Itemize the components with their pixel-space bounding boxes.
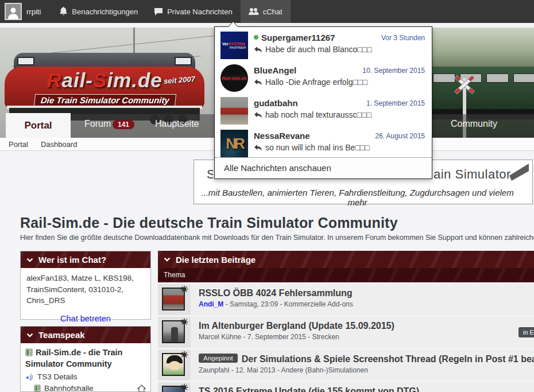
cchat-button[interactable]: cChat bbox=[241, 0, 291, 23]
post-text-cell: AngepinntDer Simulations & Spiele Screen… bbox=[191, 350, 534, 381]
latest-posts-box: Die letzten Beiträge Thema RSSLO ÖBB 402… bbox=[158, 251, 534, 392]
teamspeak-box: Teamspeak Rail-Sim.de - die Train Simula… bbox=[20, 326, 151, 392]
catenary-wire bbox=[35, 35, 218, 55]
gear-badge-icon bbox=[180, 318, 188, 326]
pinned-badge: Angepinnt bbox=[199, 354, 238, 363]
chat-message-item[interactable]: gudatbahn hab noch mal texturaussc□□□ 1.… bbox=[215, 94, 432, 127]
cchat-label: cChat bbox=[263, 7, 283, 16]
latest-posts-header[interactable]: Die letzten Beiträge bbox=[158, 251, 534, 268]
teamspeak-box-title: Teamspeak bbox=[38, 330, 85, 340]
sender-name[interactable]: NessaRevane bbox=[254, 131, 310, 141]
notifications-label: Benachrichtigungen bbox=[72, 7, 138, 16]
post-meta: Zaunpfahl - 12. Mai 2013 - Andere (Bahn-… bbox=[199, 366, 534, 374]
gear-badge-icon bbox=[180, 285, 188, 293]
chevron-down-icon bbox=[26, 333, 33, 337]
message-time: Vor 3 Stunden bbox=[381, 34, 425, 42]
gear-badge-icon bbox=[180, 383, 188, 391]
post-avatar-cell bbox=[158, 350, 191, 381]
server-icon bbox=[25, 348, 33, 356]
post-avatar[interactable] bbox=[162, 288, 185, 311]
page-subtitle: Hier finden Sie die größte deutsche Down… bbox=[20, 234, 534, 242]
reply-arrow-icon bbox=[254, 144, 262, 152]
post-avatar[interactable] bbox=[162, 386, 185, 392]
reply-arrow-icon bbox=[254, 46, 262, 53]
post-row[interactable]: Im Altenburger Bergland (Update 15.09.20… bbox=[158, 317, 534, 348]
chat-box-title: Wer ist im Chat? bbox=[38, 255, 106, 265]
chat-message-item[interactable]: VerSYSTEM PARTNER Supergamer11267 Habe d… bbox=[215, 29, 432, 61]
tab-community[interactable]: Community bbox=[451, 119, 497, 129]
promo-title: ain Simulator bbox=[434, 167, 511, 182]
teamspeak-box-header[interactable]: Teamspeak bbox=[21, 327, 150, 343]
chat-message-item[interactable]: Rail-Sim.de BlueAngel Hallo -Die Anfrage… bbox=[215, 61, 432, 94]
page-title: Rail-Sim.de - Die deutsche Train Simulat… bbox=[20, 215, 398, 231]
post-meta: Marcel Kühne - 7. September 2015 - Strec… bbox=[199, 333, 534, 341]
post-row[interactable]: AngepinntDer Simulations & Spiele Screen… bbox=[158, 350, 534, 381]
breadcrumb-dashboard[interactable]: Dashboard bbox=[41, 140, 78, 149]
post-title[interactable]: RSSLO ÖBB 4024 Fehlersammlung bbox=[199, 288, 534, 298]
tab-forum[interactable]: Forum bbox=[84, 119, 111, 129]
post-avatar-cell bbox=[158, 284, 191, 315]
dropdown-pointer bbox=[229, 22, 238, 27]
post-avatar[interactable] bbox=[162, 353, 185, 376]
home-icon bbox=[137, 385, 146, 392]
gear-badge-icon bbox=[180, 351, 188, 359]
person-icon bbox=[7, 6, 20, 19]
promo-title-fragment-left: S bbox=[207, 167, 213, 182]
teamspeak-server[interactable]: Rail-Sim.de - die Train Simulator Commun… bbox=[25, 347, 146, 370]
chevron-down-icon bbox=[164, 257, 171, 262]
sender-name[interactable]: BlueAngel bbox=[254, 65, 296, 75]
bell-icon bbox=[59, 7, 68, 16]
column-header-thema: Thema bbox=[158, 268, 534, 282]
teamspeak-channel[interactable]: Bahnhofshalle bbox=[25, 384, 146, 392]
sound-wave-icon bbox=[25, 373, 34, 381]
chat-user-list: alexFan183, Matze L, KBS198, TrainSimCon… bbox=[21, 268, 150, 306]
message-preview: Habe dir auch mal Blanco□□□ bbox=[254, 45, 372, 54]
enter-chat-link[interactable]: Chat betreten bbox=[21, 314, 150, 323]
page: rrpiti Benachrichtigungen Private Nachri… bbox=[0, 0, 534, 392]
private-messages-label: Private Nachrichten bbox=[167, 7, 232, 16]
cchat-dropdown: VerSYSTEM PARTNER Supergamer11267 Habe d… bbox=[214, 26, 432, 179]
post-title[interactable]: TS 2016 Extreme Update (die 155 kommt vo… bbox=[199, 386, 534, 392]
post-avatar[interactable] bbox=[162, 320, 185, 343]
top-bar: rrpiti Benachrichtigungen Private Nachri… bbox=[0, 0, 534, 23]
people-icon bbox=[249, 7, 259, 15]
avatar: NR bbox=[220, 130, 248, 157]
forum-count-badge: 141 bbox=[113, 120, 134, 129]
message-preview: so nun will ich mal ins Be□□□ bbox=[254, 143, 370, 152]
promo-subtitle: ...mit Baustellen, animierten Tieren, Fa… bbox=[194, 188, 521, 207]
banner-logo-subtitle: Die Train Simulator Community bbox=[34, 94, 176, 106]
post-row[interactable]: TS 2016 Extreme Update (die 155 kommt vo… bbox=[158, 382, 534, 392]
private-messages-button[interactable]: Private Nachrichten bbox=[146, 0, 240, 23]
message-time: 26. August 2015 bbox=[375, 132, 425, 140]
post-title[interactable]: AngepinntDer Simulations & Spiele Screen… bbox=[199, 354, 534, 364]
post-row[interactable]: RSSLO ÖBB 4024 Fehlersammlung Andi_M - S… bbox=[158, 284, 534, 315]
promo-flag-icon bbox=[509, 164, 529, 181]
post-avatar-cell bbox=[158, 317, 191, 348]
username[interactable]: rrpiti bbox=[26, 7, 41, 16]
post-author-link[interactable]: Andi_M bbox=[199, 300, 223, 308]
tab-portal[interactable]: Portal bbox=[6, 113, 71, 138]
chat-box-header[interactable]: Wer ist im Chat? bbox=[21, 251, 150, 268]
message-time: 1. September 2015 bbox=[366, 99, 425, 107]
teamspeak-details[interactable]: TS3 Details bbox=[25, 372, 146, 381]
channel-icon bbox=[34, 385, 41, 392]
breadcrumb-portal[interactable]: Portal bbox=[9, 140, 28, 149]
reply-arrow-icon bbox=[254, 79, 262, 86]
user-avatar[interactable] bbox=[5, 3, 22, 20]
banner-logo-text: Rail-Sim.de bbox=[24, 69, 185, 92]
avatar bbox=[220, 97, 248, 125]
post-title[interactable]: Im Altenburger Bergland (Update 15.09.20… bbox=[199, 321, 534, 331]
post-avatar-cell bbox=[158, 382, 191, 392]
notifications-button[interactable]: Benachrichtigungen bbox=[51, 0, 146, 23]
latest-posts-title: Die letzten Beiträge bbox=[176, 255, 256, 265]
tab-hauptseite[interactable]: Hauptseite bbox=[155, 119, 199, 129]
avatar: VerSYSTEM PARTNER bbox=[220, 32, 248, 59]
reply-arrow-icon bbox=[254, 111, 262, 119]
chat-message-item[interactable]: NR NessaRevane so nun will ich mal ins B… bbox=[215, 127, 432, 160]
post-text-cell: TS 2016 Extreme Update (die 155 kommt vo… bbox=[191, 382, 534, 392]
message-preview: hab noch mal texturaussc□□□ bbox=[254, 110, 372, 119]
message-time: 10. September 2015 bbox=[362, 67, 425, 75]
view-all-messages-link[interactable]: Alle Nachrichten anschauen bbox=[215, 157, 432, 178]
sender-name[interactable]: gudatbahn bbox=[254, 98, 298, 108]
sender-name[interactable]: Supergamer11267 bbox=[254, 33, 335, 42]
